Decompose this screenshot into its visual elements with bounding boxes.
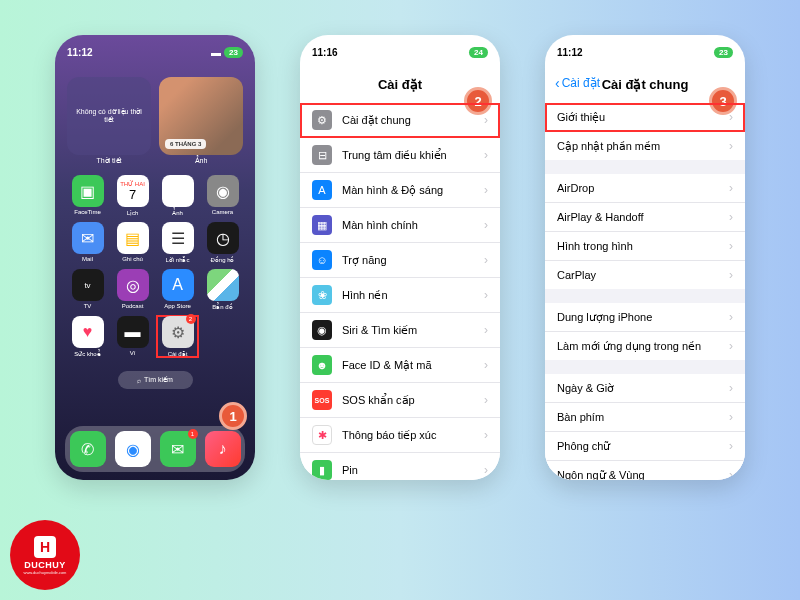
row-keyboard[interactable]: Bàn phím›: [545, 403, 745, 432]
row-faceid[interactable]: ☻Face ID & Mật mã›: [300, 348, 500, 383]
chevron-icon: ›: [729, 110, 733, 124]
app-notes[interactable]: ▤Ghi chú: [112, 222, 153, 263]
facetime-icon: ▣: [72, 175, 104, 207]
status-time: 11:16: [312, 47, 338, 58]
status-time: 11:12: [67, 47, 93, 58]
chevron-icon: ›: [729, 268, 733, 282]
brand-logo: H DUCHUY www.duchuymobile.com: [10, 520, 80, 590]
app-settings[interactable]: ⚙2Cài đặt: [157, 316, 198, 357]
dock-phone[interactable]: ✆: [70, 431, 106, 467]
row-display[interactable]: AMàn hình & Độ sáng›: [300, 173, 500, 208]
row-battery[interactable]: ▮Pin›: [300, 453, 500, 480]
row-sos[interactable]: SOSSOS khẩn cấp›: [300, 383, 500, 418]
chevron-icon: ›: [484, 218, 488, 232]
podcast-icon: ◎: [117, 269, 149, 301]
photos-icon: ❋: [162, 175, 194, 207]
status-right: 23: [714, 47, 733, 58]
row-language[interactable]: Ngôn ngữ & Vùng›: [545, 461, 745, 480]
chevron-icon: ›: [729, 310, 733, 324]
chevron-icon: ›: [484, 288, 488, 302]
chevron-icon: ›: [729, 210, 733, 224]
row-wallpaper[interactable]: ❀Hình nền›: [300, 278, 500, 313]
settings-badge: 2: [186, 314, 196, 324]
chevron-icon: ›: [729, 339, 733, 353]
status-bar: 11:12 23: [545, 35, 745, 69]
chevron-icon: ›: [729, 468, 733, 480]
row-datetime[interactable]: Ngày & Giờ›: [545, 374, 745, 403]
dock-safari[interactable]: ◉: [115, 431, 151, 467]
row-background-refresh[interactable]: Làm mới ứng dụng trong nền›: [545, 332, 745, 360]
row-exposure[interactable]: ✱Thông báo tiếp xúc›: [300, 418, 500, 453]
chevron-icon: ›: [484, 463, 488, 477]
sos-icon: SOS: [312, 390, 332, 410]
chevron-icon: ›: [484, 358, 488, 372]
row-storage[interactable]: Dung lượng iPhone›: [545, 303, 745, 332]
app-mail[interactable]: ✉Mail: [67, 222, 108, 263]
app-calendar[interactable]: THỨ HAI7Lịch: [112, 175, 153, 216]
page-title: Cài đặt: [378, 77, 422, 92]
row-airdrop[interactable]: AirDrop›: [545, 174, 745, 203]
status-bar: 11:16 24: [300, 35, 500, 69]
settings-list[interactable]: ⚙Cài đặt chung› ⊟Trung tâm điều khiển› A…: [300, 103, 500, 480]
step-badge-1: 1: [219, 402, 247, 430]
photos-widget[interactable]: 6 THÁNG 3: [159, 77, 243, 155]
chevron-icon: ›: [729, 439, 733, 453]
app-clock[interactable]: ◷Đồng hồ: [202, 222, 243, 263]
row-homescreen[interactable]: ▦Màn hình chính›: [300, 208, 500, 243]
row-accessibility[interactable]: ☺Trợ năng›: [300, 243, 500, 278]
weather-label: Thời tiết: [67, 157, 151, 165]
app-camera[interactable]: ◉Camera: [202, 175, 243, 216]
chevron-icon: ›: [729, 410, 733, 424]
display-icon: A: [312, 180, 332, 200]
dock: ✆ ◉ ✉1 ♪: [65, 426, 245, 472]
row-fonts[interactable]: Phông chữ›: [545, 432, 745, 461]
row-airplay[interactable]: AirPlay & Handoff›: [545, 203, 745, 232]
flower-icon: ❀: [312, 285, 332, 305]
weather-widget[interactable]: Không có dữ liệu thời tiết: [67, 77, 151, 155]
signal-icon: ▬: [211, 47, 221, 58]
app-photos[interactable]: ❋Ảnh: [157, 175, 198, 216]
mail-icon: ✉: [72, 222, 104, 254]
chevron-icon: ›: [484, 183, 488, 197]
siri-icon: ◉: [312, 320, 332, 340]
app-appstore[interactable]: AApp Store: [157, 269, 198, 310]
tv-icon: tv: [72, 269, 104, 301]
row-siri[interactable]: ◉Siri & Tìm kiếm›: [300, 313, 500, 348]
status-time: 11:12: [557, 47, 583, 58]
search-pill[interactable]: ⌕Tìm kiếm: [118, 371, 193, 389]
general-list[interactable]: Giới thiệu› Cập nhật phần mềm› AirDrop› …: [545, 103, 745, 480]
row-carplay[interactable]: CarPlay›: [545, 261, 745, 289]
exposure-icon: ✱: [312, 425, 332, 445]
phone-homescreen: 11:12 ▬ 23 Không có dữ liệu thời tiết Th…: [55, 35, 255, 480]
dock-music[interactable]: ♪: [205, 431, 241, 467]
widget-row: Không có dữ liệu thời tiết Thời tiết 6 T…: [55, 69, 255, 169]
app-health[interactable]: ♥Sức khoẻ: [67, 316, 108, 357]
app-grid: ▣FaceTime THỨ HAI7Lịch ❋Ảnh ◉Camera ✉Mai…: [55, 169, 255, 363]
row-about[interactable]: Giới thiệu›: [545, 103, 745, 132]
chevron-icon: ›: [729, 139, 733, 153]
logo-mark: H: [34, 536, 56, 558]
row-general[interactable]: ⚙Cài đặt chung›: [300, 103, 500, 138]
status-bar: 11:12 ▬ 23: [55, 35, 255, 69]
chevron-icon: ›: [729, 239, 733, 253]
status-right: ▬ 23: [211, 47, 243, 58]
row-software-update[interactable]: Cập nhật phần mềm›: [545, 132, 745, 160]
back-button[interactable]: ‹Cài đặt: [555, 75, 600, 91]
chevron-icon: ›: [484, 428, 488, 442]
battery-indicator: 24: [469, 47, 488, 58]
app-maps[interactable]: Bản đồ: [202, 269, 243, 310]
row-control-center[interactable]: ⊟Trung tâm điều khiển›: [300, 138, 500, 173]
app-podcast[interactable]: ◎Podcast: [112, 269, 153, 310]
app-reminders[interactable]: ☰Lời nhắc: [157, 222, 198, 263]
dock-messages[interactable]: ✉1: [160, 431, 196, 467]
chevron-left-icon: ‹: [555, 75, 560, 91]
app-tv[interactable]: tvTV: [67, 269, 108, 310]
toggles-icon: ⊟: [312, 145, 332, 165]
app-wallet[interactable]: ▬Ví: [112, 316, 153, 357]
battery-icon: ▮: [312, 460, 332, 480]
logo-subtext: www.duchuymobile.com: [24, 570, 67, 575]
health-icon: ♥: [72, 316, 104, 348]
logo-text: DUCHUY: [24, 560, 66, 570]
row-pip[interactable]: Hình trong hình›: [545, 232, 745, 261]
app-facetime[interactable]: ▣FaceTime: [67, 175, 108, 216]
